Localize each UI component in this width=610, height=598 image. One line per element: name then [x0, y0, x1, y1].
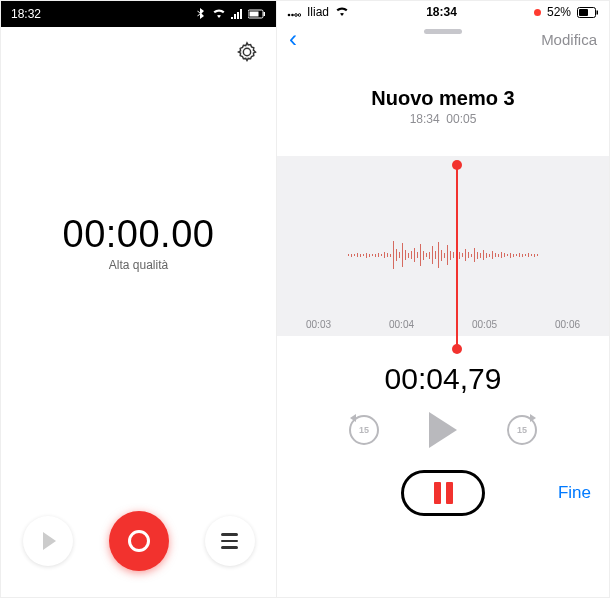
gear-icon[interactable]: [236, 41, 258, 63]
wave-bar: [507, 254, 509, 256]
pause-icon: [434, 482, 441, 504]
wave-bar: [390, 254, 392, 257]
wave-bar: [513, 254, 515, 257]
wave-bar: [411, 251, 413, 259]
pause-icon: [446, 482, 453, 504]
axis-tick: 00:05: [472, 319, 497, 330]
wave-bar: [495, 253, 497, 257]
axis-tick: 00:04: [389, 319, 414, 330]
wave-bar: [351, 254, 353, 257]
wave-bar: [414, 248, 416, 262]
cell-signal-icon: [287, 7, 301, 17]
ios-status-bar: Iliad 18:34 52%: [277, 1, 609, 23]
wave-bar: [354, 254, 356, 256]
wave-bar: [393, 241, 395, 269]
wave-bar: [462, 253, 464, 257]
waveform-area[interactable]: 00:03 00:04 00:05 00:06: [277, 156, 609, 336]
wave-bar: [375, 254, 377, 257]
sheet-handle[interactable]: [424, 29, 462, 34]
wave-bar: [369, 254, 371, 257]
menu-icon: [221, 533, 238, 549]
wave-bar: [453, 252, 455, 258]
wave-bar: [408, 253, 410, 258]
status-time: 18:32: [11, 7, 41, 21]
wave-bar: [417, 252, 419, 258]
wave-bar: [396, 249, 398, 261]
android-status-bar: 18:32: [1, 1, 276, 27]
status-icons: [197, 8, 266, 20]
svg-point-5: [295, 14, 298, 17]
wave-bar: [444, 253, 446, 258]
wave-bar: [387, 253, 389, 257]
wave-bar: [438, 242, 440, 268]
wave-bar: [531, 254, 533, 256]
done-button[interactable]: Fine: [558, 483, 591, 503]
skip-back-15-button[interactable]: 15: [349, 415, 379, 445]
skip-forward-15-button[interactable]: 15: [507, 415, 537, 445]
wave-bar: [537, 254, 539, 256]
axis-tick: 00:06: [555, 319, 580, 330]
play-icon: [43, 532, 56, 550]
signal-icon: [231, 9, 243, 19]
wave-bar: [516, 254, 518, 256]
time-axis: 00:03 00:04 00:05 00:06: [277, 319, 609, 330]
ios-nav-bar: ‹ Modifica: [277, 23, 609, 55]
menu-button[interactable]: [205, 516, 255, 566]
svg-rect-2: [250, 12, 259, 17]
wave-bar: [522, 254, 524, 257]
wave-bar: [399, 252, 401, 258]
wave-bar: [348, 254, 350, 256]
waveform: [277, 241, 609, 269]
back-button[interactable]: ‹: [289, 25, 297, 53]
recording-indicator-icon: [534, 9, 541, 16]
wave-bar: [471, 254, 473, 257]
wave-bar: [441, 250, 443, 261]
wave-bar: [483, 250, 485, 260]
wave-bar: [426, 253, 428, 257]
wave-bar: [477, 252, 479, 259]
wave-bar: [429, 252, 431, 259]
wave-bar: [402, 243, 404, 267]
carrier-label: Iliad: [307, 5, 329, 19]
battery-icon: [248, 9, 266, 19]
elapsed-timer: 00:04,79: [277, 362, 609, 396]
svg-rect-9: [579, 9, 588, 16]
battery-icon: [577, 7, 599, 18]
wave-bar: [420, 244, 422, 266]
play-button[interactable]: [23, 516, 73, 566]
wave-bar: [525, 254, 527, 256]
android-recorder: 18:32 00:00.00 Alta qualità: [1, 1, 277, 597]
wave-bar: [489, 254, 491, 257]
memo-subtitle: 18:34 00:05: [277, 112, 609, 126]
svg-point-3: [288, 14, 291, 17]
wave-bar: [366, 253, 368, 258]
wave-bar: [435, 251, 437, 259]
wave-bar: [486, 253, 488, 258]
memo-title[interactable]: Nuovo memo 3: [277, 87, 609, 110]
quality-label: Alta qualità: [109, 258, 168, 272]
edit-button[interactable]: Modifica: [541, 31, 597, 48]
wave-bar: [501, 252, 503, 258]
record-button[interactable]: [109, 511, 169, 571]
pause-button[interactable]: [401, 470, 485, 516]
wifi-icon: [212, 9, 226, 19]
wave-bar: [363, 254, 365, 256]
wave-bar: [360, 254, 362, 257]
wave-bar: [423, 251, 425, 260]
battery-percent: 52%: [547, 5, 571, 19]
wave-bar: [459, 252, 461, 259]
wave-bar: [372, 254, 374, 256]
wave-bar: [465, 249, 467, 261]
wave-bar: [405, 250, 407, 260]
svg-rect-8: [597, 10, 599, 14]
svg-rect-1: [264, 12, 266, 16]
wifi-icon: [335, 7, 349, 17]
wave-bar: [450, 251, 452, 260]
recording-timer: 00:00.00: [63, 213, 215, 256]
wave-bar: [468, 252, 470, 258]
wave-bar: [528, 253, 530, 257]
wave-bar: [357, 253, 359, 257]
play-button[interactable]: [429, 412, 457, 448]
wave-bar: [492, 251, 494, 259]
svg-point-6: [298, 14, 301, 17]
